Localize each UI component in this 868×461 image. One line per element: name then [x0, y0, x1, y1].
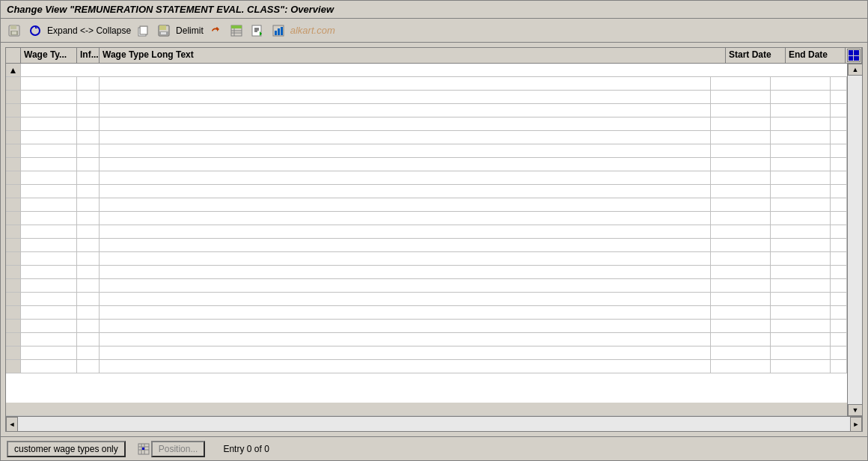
table-row[interactable] [6, 320, 847, 333]
col-header-inf: Inf... [77, 48, 100, 63]
entry-count-label: Entry 0 of 0 [223, 444, 269, 454]
svg-rect-13 [231, 25, 242, 28]
table-row[interactable] [6, 266, 847, 279]
customer-wage-types-btn[interactable]: customer wage types only [7, 441, 126, 457]
col-header-wage-type: Wage Ty... [21, 48, 77, 63]
col-header-long-text: Wage Type Long Text [100, 48, 726, 63]
disk-icon [158, 25, 170, 37]
status-bar: customer wage types only Position... Ent… [1, 436, 867, 460]
save-icon [8, 25, 20, 37]
table-row[interactable] [6, 131, 847, 144]
table-row[interactable] [6, 117, 847, 131]
data-table: Wage Ty... Inf... Wage Type Long Text St… [5, 47, 863, 432]
toolbar-btn-5[interactable] [227, 22, 245, 39]
toolbar-save-btn[interactable] [155, 22, 173, 39]
table-row[interactable] [6, 198, 847, 212]
svg-rect-1 [10, 25, 16, 29]
toolbar-btn-6[interactable] [248, 22, 266, 39]
title-bar: Change View "REMUNERATION STATEMENT EVAL… [1, 1, 867, 19]
table-row[interactable] [6, 279, 847, 293]
table-row[interactable] [6, 212, 847, 225]
scroll-up-button[interactable]: ▲ [848, 64, 862, 76]
svg-rect-3 [12, 31, 16, 34]
col-settings-btn[interactable] [846, 48, 862, 63]
delimit-label: Delimit [176, 25, 204, 36]
svg-rect-23 [275, 31, 277, 35]
col-header-start-date: Start Date [726, 48, 786, 63]
table-row[interactable] [6, 293, 847, 306]
scroll-down-button[interactable]: ▼ [848, 404, 862, 416]
table-row[interactable] [6, 91, 847, 104]
undo-icon [210, 25, 221, 37]
table-header: Wage Ty... Inf... Wage Type Long Text St… [6, 48, 862, 64]
position-btn-group: Position... [138, 441, 206, 457]
refresh-icon [29, 25, 41, 37]
window-title: Change View "REMUNERATION STATEMENT EVAL… [7, 4, 334, 15]
toolbar-icon-2[interactable] [26, 22, 44, 39]
scroll-left-button[interactable]: ◄ [6, 417, 18, 432]
h-scroll-track[interactable] [18, 417, 850, 431]
scroll-up-btn[interactable]: ▲ [6, 64, 21, 76]
empty-rows [6, 77, 847, 373]
table-icon [230, 25, 242, 37]
svg-rect-25 [281, 27, 283, 35]
position-icon [138, 443, 150, 455]
vertical-scrollbar[interactable]: ▲ ▼ [847, 64, 862, 416]
toolbar-copy-btn[interactable] [134, 22, 152, 39]
scroll-track[interactable] [848, 76, 862, 404]
table-row[interactable] [6, 144, 847, 158]
svg-rect-24 [278, 28, 280, 35]
table-row[interactable] [6, 306, 847, 320]
chart-icon [272, 25, 284, 37]
svg-rect-7 [141, 27, 147, 34]
table-row[interactable] [6, 185, 847, 198]
table-row[interactable] [6, 252, 847, 266]
content-area: Wage Ty... Inf... Wage Type Long Text St… [1, 43, 867, 436]
table-row[interactable] [6, 239, 847, 252]
main-window: Change View "REMUNERATION STATEMENT EVAL… [0, 0, 868, 461]
scroll-right-button[interactable]: ► [850, 417, 862, 432]
expand-collapse-label: Expand <-> Collapse [47, 25, 131, 36]
table-row[interactable] [6, 77, 847, 91]
table-row[interactable] [6, 171, 847, 185]
table-scroll-area: ▲ // rows generated below [6, 64, 862, 416]
col-header-end-date: End Date [786, 48, 846, 63]
table-row[interactable] [6, 360, 847, 373]
position-button[interactable]: Position... [151, 441, 206, 457]
horizontal-scrollbar: ◄ ► [6, 416, 862, 431]
table-row[interactable] [6, 158, 847, 171]
table-row[interactable] [6, 225, 847, 239]
table-row[interactable] [6, 333, 847, 346]
table-row[interactable] [6, 104, 847, 117]
svg-rect-31 [142, 448, 144, 450]
watermark-text: alkart.com [290, 25, 335, 36]
table-rows-container: ▲ // rows generated below [6, 64, 847, 416]
svg-rect-11 [161, 32, 166, 34]
table-row[interactable] [6, 346, 847, 360]
export-icon [251, 25, 263, 37]
toolbar-btn-undo[interactable] [207, 22, 224, 39]
header-select-col [6, 48, 21, 63]
toolbar-icon-1[interactable] [5, 22, 23, 39]
toolbar: Expand <-> Collapse Delimit [1, 19, 867, 43]
settings-grid-icon [847, 49, 861, 62]
copy-icon [137, 25, 149, 37]
scroll-indicator-row [6, 403, 847, 416]
toolbar-btn-7[interactable] [269, 22, 287, 39]
svg-rect-9 [159, 25, 166, 30]
